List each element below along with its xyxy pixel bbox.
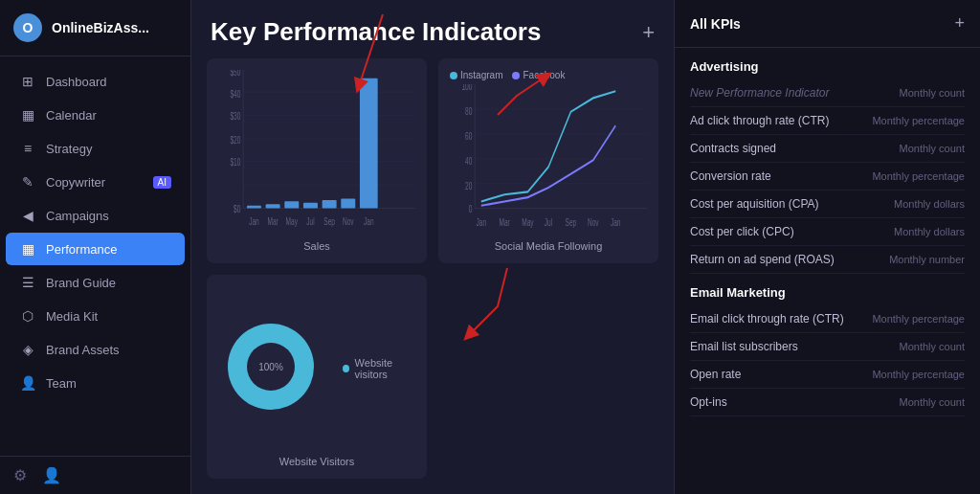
kpi-new-indicator-name: New Performance Indicator <box>690 86 829 100</box>
sidebar-item-dashboard[interactable]: ⊞ Dashboard <box>6 65 185 98</box>
kpi-item-email-ctr[interactable]: Email click through rate (CTR) Monthly p… <box>690 305 965 333</box>
kpi-email-ctr-freq: Monthly percentage <box>872 313 965 325</box>
profile-icon[interactable]: 👤 <box>42 466 61 484</box>
kpi-item-open-rate[interactable]: Open rate Monthly percentage <box>690 361 965 389</box>
svg-rect-19 <box>360 79 378 209</box>
sidebar-item-performance[interactable]: ▦ Performance <box>6 233 185 265</box>
main-header: Key Performance Indicators + <box>191 0 674 58</box>
brand-guide-icon: ☰ <box>19 275 36 290</box>
kpi-email-subscribers-freq: Monthly count <box>900 341 965 352</box>
kpi-item-contracts-signed[interactable]: Contracts signed Monthly count <box>690 135 965 163</box>
sidebar-item-team[interactable]: 👤 Team <box>6 367 185 399</box>
facebook-legend-dot <box>512 72 520 79</box>
panel-header: All KPIs + <box>675 0 980 48</box>
svg-text:Jan: Jan <box>249 215 259 227</box>
svg-text:0: 0 <box>469 204 473 215</box>
sidebar-item-dashboard-label: Dashboard <box>46 75 107 89</box>
panel-content: Advertising New Performance Indicator Mo… <box>675 48 980 494</box>
panel-add-button[interactable]: + <box>954 13 965 34</box>
svg-rect-14 <box>266 204 280 208</box>
sidebar-bottom: ⚙ 👤 <box>0 456 190 494</box>
social-chart-area: 100 80 60 40 20 0 Jan Mar May Jul Sep <box>450 84 647 236</box>
kpi-item-cpa[interactable]: Cost per aquisition (CPA) Monthly dollar… <box>690 191 965 218</box>
instagram-legend: Instagram <box>450 70 502 80</box>
svg-text:Jan: Jan <box>476 217 486 229</box>
kpi-open-rate-freq: Monthly percentage <box>872 369 965 380</box>
svg-text:$40: $40 <box>230 88 240 100</box>
brand-assets-icon: ◈ <box>19 342 36 357</box>
svg-text:Jul: Jul <box>306 215 314 227</box>
page-title: Key Performance Indicators <box>211 17 541 47</box>
sidebar-item-brand-assets[interactable]: ◈ Brand Assets <box>6 333 185 366</box>
kpi-contracts-signed-freq: Monthly count <box>900 143 965 154</box>
svg-text:Nov: Nov <box>588 217 599 229</box>
settings-icon[interactable]: ⚙ <box>13 466 27 484</box>
sidebar-item-media-kit[interactable]: ⬡ Media Kit <box>6 300 185 332</box>
sidebar-item-brand-assets-label: Brand Assets <box>46 343 120 357</box>
svg-text:Jan: Jan <box>364 215 374 227</box>
kpi-new-indicator-freq: Monthly count <box>900 87 965 99</box>
copywriter-icon: ✎ <box>19 174 36 190</box>
chart-empty-slot <box>438 275 658 480</box>
website-visitors-dot <box>343 365 349 372</box>
kpi-email-subscribers-name: Email list subscribers <box>690 340 798 353</box>
kpi-open-rate-name: Open rate <box>690 368 741 381</box>
team-icon: 👤 <box>19 375 36 391</box>
add-kpi-button[interactable]: + <box>642 22 655 43</box>
svg-text:$50: $50 <box>230 70 240 78</box>
kpi-ad-ctr-freq: Monthly percentage <box>872 115 965 126</box>
kpi-opt-ins-name: Opt-ins <box>690 395 727 409</box>
sidebar-item-performance-label: Performance <box>46 242 117 257</box>
strategy-icon: ≡ <box>19 141 36 156</box>
sales-chart-area: $50 $40 $30 $20 $10 $0 Jan Mar <box>218 70 415 236</box>
kpi-item-ad-ctr[interactable]: Ad click through rate (CTR) Monthly perc… <box>690 107 965 135</box>
kpi-item-conversion-rate[interactable]: Conversion rate Monthly percentage <box>690 163 965 191</box>
social-legend: Instagram Facebook <box>450 70 647 80</box>
sales-chart-card: $50 $40 $30 $20 $10 $0 Jan Mar <box>207 58 427 263</box>
svg-text:80: 80 <box>465 105 472 117</box>
pie-wrapper: 100% <box>218 314 323 423</box>
sidebar-item-campaigns[interactable]: ◀ Campaigns <box>6 199 185 232</box>
sidebar-nav: ⊞ Dashboard ▦ Calendar ≡ Strategy ✎ Copy… <box>0 56 190 456</box>
kpi-item-cpc[interactable]: Cost per click (CPC) Monthly dollars <box>690 218 965 246</box>
dashboard-icon: ⊞ <box>19 74 36 89</box>
svg-text:100: 100 <box>461 84 472 92</box>
sidebar-item-copywriter[interactable]: ✎ Copywriter AI <box>6 166 185 198</box>
svg-rect-16 <box>303 203 318 209</box>
advertising-section-title: Advertising <box>690 48 965 79</box>
sidebar-item-brand-guide[interactable]: ☰ Brand Guide <box>6 266 185 299</box>
kpi-cpc-name: Cost per click (CPC) <box>690 225 794 238</box>
svg-rect-17 <box>323 200 337 209</box>
right-panel: All KPIs + Advertising New Performance I… <box>674 0 980 494</box>
sidebar-item-strategy[interactable]: ≡ Strategy <box>6 132 185 165</box>
kpi-ad-ctr-name: Ad click through rate (CTR) <box>690 114 829 127</box>
kpi-item-email-subscribers[interactable]: Email list subscribers Monthly count <box>690 333 965 361</box>
pie-svg: 100% <box>218 314 323 419</box>
kpi-item-new[interactable]: New Performance Indicator Monthly count <box>690 79 965 107</box>
sidebar-item-team-label: Team <box>46 376 77 391</box>
logo-icon: O <box>13 13 42 42</box>
kpi-roas-freq: Monthly number <box>889 254 965 265</box>
website-visitors-chart-card: 100% Website visitors Website Visitors <box>207 275 427 480</box>
svg-rect-18 <box>341 198 355 208</box>
kpi-item-roas[interactable]: Return on ad spend (ROAS) Monthly number <box>690 246 965 274</box>
svg-rect-13 <box>247 206 261 209</box>
svg-text:$0: $0 <box>234 203 240 214</box>
sales-chart-label: Sales <box>218 240 415 252</box>
sidebar-logo[interactable]: O OnlineBizAss... <box>0 0 190 56</box>
sidebar-item-media-kit-label: Media Kit <box>46 309 98 324</box>
svg-text:Sep: Sep <box>323 215 335 227</box>
kpi-item-opt-ins[interactable]: Opt-ins Monthly count <box>690 389 965 416</box>
email-marketing-section-title: Email Marketing <box>690 274 965 305</box>
kpi-cpc-freq: Monthly dollars <box>894 226 965 237</box>
sales-bar-chart: $50 $40 $30 $20 $10 $0 Jan Mar <box>218 70 415 236</box>
pie-legend-item: Website visitors <box>343 357 415 380</box>
sidebar-item-calendar-label: Calendar <box>46 108 97 123</box>
kpi-roas-name: Return on ad spend (ROAS) <box>690 253 835 266</box>
svg-text:20: 20 <box>465 180 472 191</box>
svg-text:$10: $10 <box>230 156 240 168</box>
facebook-legend: Facebook <box>512 70 565 80</box>
pie-chart-area: 100% Website visitors <box>218 286 415 453</box>
sidebar-item-calendar[interactable]: ▦ Calendar <box>6 99 185 131</box>
website-visitors-label: Website visitors <box>355 357 415 380</box>
